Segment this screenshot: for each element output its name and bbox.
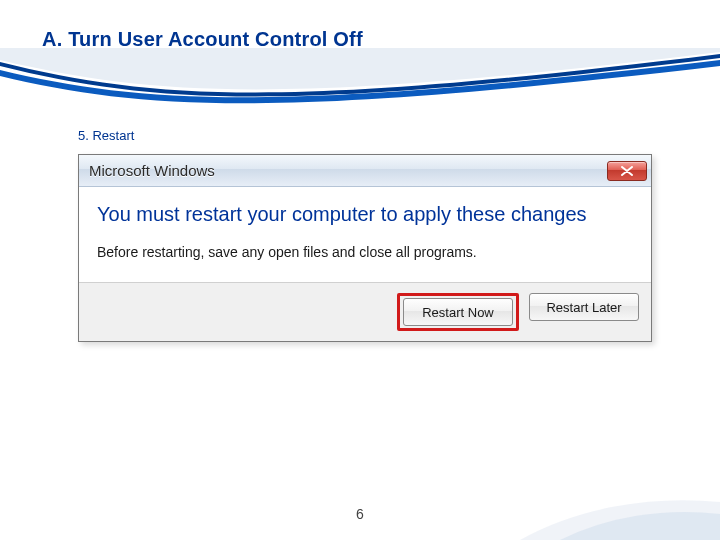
dialog-sub-message: Before restarting, save any open files a… (97, 244, 633, 260)
close-icon (621, 166, 633, 176)
restart-now-button[interactable]: Restart Now (403, 298, 513, 326)
page-title: A. Turn User Account Control Off (42, 28, 363, 51)
dialog-title: Microsoft Windows (89, 162, 607, 179)
dialog-main-message: You must restart your computer to apply … (97, 201, 633, 228)
dialog-button-bar: Restart Now Restart Later (79, 282, 651, 341)
restart-now-highlight: Restart Now (397, 293, 519, 331)
dialog-body: You must restart your computer to apply … (79, 187, 651, 282)
restart-dialog: Microsoft Windows You must restart your … (78, 154, 652, 342)
dialog-titlebar: Microsoft Windows (79, 155, 651, 187)
restart-later-button[interactable]: Restart Later (529, 293, 639, 321)
step-label: 5. Restart (78, 128, 134, 143)
close-button[interactable] (607, 161, 647, 181)
page-number: 6 (0, 506, 720, 522)
header-swoosh-decoration (0, 48, 720, 128)
